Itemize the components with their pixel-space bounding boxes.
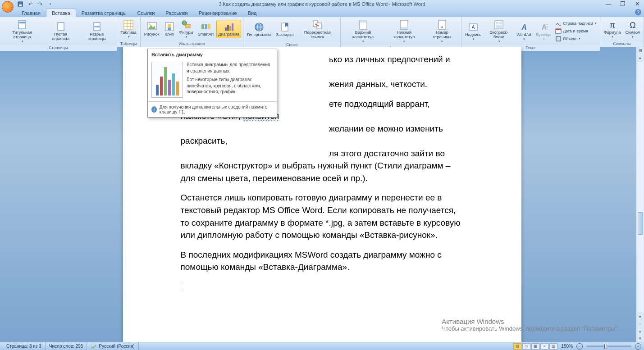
tab-page-layout[interactable]: Разметка страницы: [76, 9, 132, 17]
clipart-button[interactable]: Клип: [162, 20, 177, 38]
crossref-button[interactable]: Перекрестная ссылка: [296, 18, 338, 41]
paragraph-4: В последних модификациях MSWord создать …: [181, 249, 464, 273]
picture-button[interactable]: Рисунок: [142, 20, 161, 38]
tab-references[interactable]: Ссылки: [132, 9, 160, 17]
status-words[interactable]: Число слов: 295: [46, 342, 87, 350]
scroll-track[interactable]: [637, 62, 644, 312]
svg-rect-24: [225, 27, 227, 31]
tab-review[interactable]: Рецензирование: [193, 9, 242, 17]
svg-rect-19: [186, 24, 190, 28]
equation-button[interactable]: πФормула: [602, 18, 623, 40]
hyperlink-button[interactable]: Гиперссылка: [245, 20, 273, 39]
zoom-out-button[interactable]: −: [576, 343, 583, 350]
svg-rect-3: [19, 22, 25, 23]
svg-rect-27: [232, 23, 233, 31]
maximize-button[interactable]: ❐: [618, 0, 628, 7]
tab-home[interactable]: Главная: [16, 9, 46, 17]
office-button[interactable]: [2, 1, 14, 13]
minimize-button[interactable]: —: [603, 0, 613, 7]
paragraph-3: Останется лишь копировать готовую диагра…: [181, 191, 464, 241]
svg-point-14: [149, 23, 151, 25]
tab-mailings[interactable]: Рассылки: [160, 9, 193, 17]
smartart-button[interactable]: SmartArt: [196, 20, 216, 38]
zoom-level[interactable]: 150%: [558, 344, 575, 349]
window-controls: — ❐ ✕: [603, 0, 642, 7]
ribbon: Титульная страница Пустая страница Разры…: [0, 17, 644, 47]
page-number-button[interactable]: #Номер страницы: [425, 18, 459, 44]
save-icon[interactable]: [16, 0, 24, 8]
tab-view[interactable]: Вид: [242, 9, 262, 17]
group-text: AНадпись Экспресс-блоки AWordArt AБуквиц…: [461, 17, 600, 46]
watermark-line1: Активация Windows: [442, 318, 619, 325]
svg-text:Ω: Ω: [630, 21, 635, 30]
scroll-down-button[interactable]: ▾: [637, 313, 644, 320]
svg-rect-38: [401, 27, 408, 29]
cover-page-button[interactable]: Титульная страница: [2, 18, 42, 44]
zoom-in-button[interactable]: +: [635, 343, 641, 350]
status-bar: Страница: 3 из 3 Число слов: 295 Русский…: [0, 342, 644, 350]
document-area[interactable]: XXXXXXXXXXXXXXXXXXXXXXXXXXько из личных …: [0, 47, 644, 342]
svg-rect-53: [556, 29, 561, 30]
wordart-button[interactable]: AWordArt: [515, 20, 533, 42]
header-button[interactable]: Верхний колонтитул: [343, 18, 384, 44]
scroll-thumb[interactable]: [638, 212, 643, 235]
date-time-button[interactable]: Дата и время: [554, 27, 598, 35]
status-page[interactable]: Страница: 3 из 3: [3, 342, 46, 350]
title-bar: ↶ ↷ 3 Как создать диаграмму или график в…: [0, 0, 644, 8]
group-label-tables: Таблицы: [117, 41, 140, 47]
browse-object-button[interactable]: ◦: [637, 320, 644, 327]
svg-rect-26: [229, 26, 231, 31]
status-language[interactable]: Русский (Россия): [87, 342, 138, 350]
prev-page-button[interactable]: ▴: [637, 327, 644, 335]
windows-activation-watermark: Активация Windows Чтобы активировать Win…: [442, 318, 619, 332]
tooltip-footer-text: Для получения дополнительных сведений на…: [160, 105, 273, 114]
symbol-button[interactable]: ΩСимвол: [624, 18, 642, 40]
tooltip-desc-2: Вот некоторые типы диаграмм: линейчатая,…: [187, 77, 273, 95]
group-links: Гиперссылка Закладка Перекрестная ссылка…: [243, 17, 341, 46]
close-button[interactable]: ✕: [632, 0, 642, 7]
page-break-button[interactable]: Разрыв страницы: [79, 20, 115, 43]
tab-insert[interactable]: Вставка: [46, 9, 76, 17]
dropcap-button[interactable]: AБуквица: [534, 20, 553, 42]
next-page-button[interactable]: ▾: [637, 335, 644, 342]
view-outline[interactable]: ≡: [540, 343, 548, 350]
svg-rect-46: [496, 25, 502, 28]
zoom-slider[interactable]: [586, 345, 631, 347]
footer-button[interactable]: Нижний колонтитул: [384, 18, 424, 44]
svg-rect-5: [94, 23, 100, 26]
shapes-button[interactable]: Фигуры: [178, 18, 195, 40]
svg-rect-17: [168, 27, 171, 30]
signature-line-button[interactable]: Строка подписи: [554, 20, 598, 27]
view-print-layout[interactable]: ▤: [513, 343, 521, 350]
svg-rect-22: [208, 24, 210, 29]
chart-button[interactable]: Диаграмма: [216, 20, 241, 38]
qat-customize[interactable]: [46, 0, 54, 8]
scroll-up-button[interactable]: ▴: [637, 54, 644, 61]
svg-rect-45: [499, 22, 502, 24]
quick-access-toolbar: ↶ ↷: [16, 0, 54, 8]
table-button[interactable]: Таблица: [119, 18, 138, 40]
vertical-scrollbar[interactable]: ⊞ ▴ ▾ ◦ ▴ ▾: [636, 47, 644, 342]
zoom-slider-knob[interactable]: [604, 344, 607, 349]
blank-page-button[interactable]: Пустая страница: [43, 20, 78, 43]
textbox-button[interactable]: AНадпись: [463, 20, 483, 42]
object-button[interactable]: Объект: [554, 35, 598, 42]
tooltip-chart-icon: [151, 62, 183, 98]
tooltip-title: Вставить диаграмму: [148, 49, 277, 60]
group-illustrations: Рисунок Клип Фигуры SmartArt Диаграмма И…: [141, 17, 243, 46]
svg-rect-6: [94, 27, 100, 31]
redo-icon[interactable]: ↷: [36, 0, 44, 8]
undo-icon[interactable]: ↶: [26, 0, 34, 8]
svg-rect-36: [360, 20, 367, 23]
svg-point-16: [168, 24, 171, 27]
svg-rect-4: [58, 23, 64, 31]
group-pages: Титульная страница Пустая страница Разры…: [0, 17, 117, 46]
view-full-screen[interactable]: ▭: [522, 343, 530, 350]
text-cursor: [181, 282, 181, 291]
view-draft[interactable]: ▥: [549, 343, 557, 350]
bookmark-button[interactable]: Закладка: [274, 20, 295, 39]
quickparts-button[interactable]: Экспресс-блоки: [484, 18, 514, 44]
help-button[interactable]: ?: [635, 9, 641, 15]
ruler-toggle-icon[interactable]: ⊞: [637, 47, 644, 54]
view-web-layout[interactable]: ▦: [531, 343, 539, 350]
